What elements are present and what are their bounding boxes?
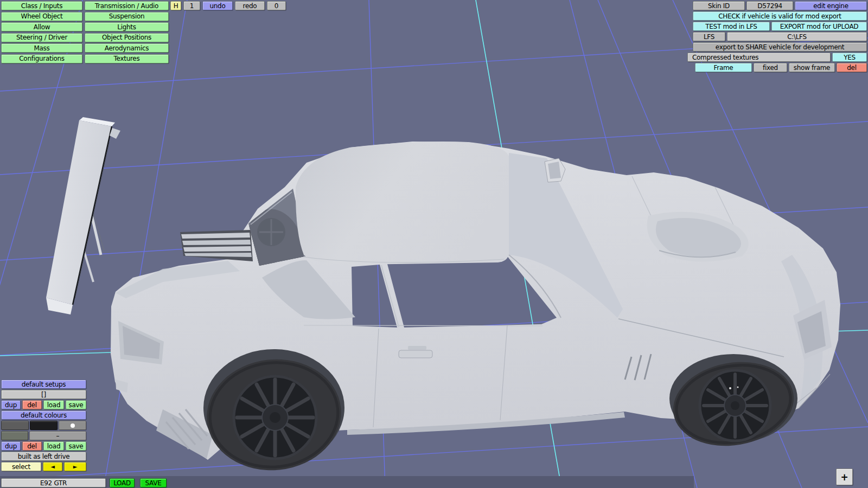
fixed-button[interactable]: fixed — [754, 63, 787, 72]
lfs-button[interactable]: LFS — [693, 32, 725, 41]
menu-mass[interactable]: Mass — [1, 43, 82, 53]
menu-steering-driver[interactable]: Steering / Driver — [1, 33, 82, 42]
selected-dot — [71, 423, 75, 428]
history-count[interactable]: 1 — [183, 1, 200, 10]
lfs-path-button[interactable]: C:\LFS — [727, 32, 867, 41]
colour-swatch-2[interactable] — [30, 421, 58, 430]
viewport-3d[interactable] — [0, 0, 868, 488]
colour-load-button[interactable]: load — [43, 441, 64, 451]
menu-lights[interactable]: Lights — [85, 22, 169, 31]
default-colours-header: default colours — [1, 410, 86, 420]
edit-engine-button[interactable]: edit engine — [795, 1, 867, 10]
redo-button[interactable]: redo — [235, 1, 265, 10]
vehicle-file-bar: E92 GTR LOAD SAVE — [1, 478, 167, 487]
menu-class-inputs[interactable]: Class / Inputs — [1, 1, 82, 10]
default-setups-header: default setups — [1, 380, 86, 389]
lfs-vehicle-editor: Class / Inputs Transmission / Audio Whee… — [0, 0, 868, 488]
setup-dup-button[interactable]: dup — [1, 400, 21, 409]
setup-name-button[interactable]: [] — [1, 390, 86, 399]
menu-aerodynamics[interactable]: Aerodynamics — [85, 43, 169, 53]
setup-save-button[interactable]: save — [66, 400, 86, 409]
compressed-yes-button[interactable]: YES — [832, 53, 867, 62]
add-button[interactable]: + — [836, 468, 853, 485]
menu-wheel-object[interactable]: Wheel Object — [1, 12, 82, 21]
menu-suspension[interactable]: Suspension — [85, 12, 169, 21]
skin-id-button[interactable]: Skin ID — [693, 1, 745, 10]
menu-transmission-audio[interactable]: Transmission / Audio — [85, 1, 169, 10]
menu-textures[interactable]: Textures — [85, 54, 169, 63]
menu-object-positions[interactable]: Object Positions — [85, 33, 169, 42]
show-frame-button[interactable]: show frame — [789, 63, 835, 72]
vehicle-name-button[interactable]: E92 GTR — [1, 478, 106, 487]
prev-arrow-button[interactable]: ◄ — [43, 462, 62, 471]
history-toolbar: H 1 undo redo 0 — [170, 1, 286, 10]
built-as-left-drive-button[interactable]: built as left drive — [1, 452, 86, 461]
undo-button[interactable]: undo — [202, 1, 233, 10]
colour-save-button[interactable]: save — [66, 441, 86, 451]
skin-id-value[interactable]: D57294 — [746, 1, 793, 10]
redo-count[interactable]: 0 — [267, 1, 286, 10]
select-button[interactable]: select — [1, 462, 41, 471]
setups-colours-panel: default setups [] dup del load save defa… — [1, 380, 86, 471]
edit-section-menu: Class / Inputs Transmission / Audio Whee… — [1, 1, 169, 63]
menu-configurations[interactable]: Configurations — [1, 54, 82, 63]
frame-button[interactable]: Frame — [695, 63, 752, 72]
setup-del-button[interactable]: del — [22, 400, 42, 409]
colour-swatch-5[interactable]: – — [29, 431, 86, 440]
export-panel: Skin ID D57294 edit engine CHECK if vehi… — [681, 1, 867, 72]
compressed-textures-button[interactable]: Compressed textures — [687, 53, 831, 62]
load-vehicle-button[interactable]: LOAD — [110, 478, 135, 487]
next-arrow-button[interactable]: ► — [64, 462, 86, 471]
menu-allow[interactable]: Allow — [1, 22, 82, 31]
colour-swatch-4[interactable] — [1, 431, 28, 440]
car-roof — [296, 142, 509, 265]
h-toggle-button[interactable]: H — [170, 1, 181, 10]
check-valid-button[interactable]: CHECK if vehicle is valid for mod export — [693, 11, 867, 21]
colour-swatch-1[interactable] — [1, 421, 29, 430]
colour-swatch-3[interactable] — [59, 421, 86, 430]
save-vehicle-button[interactable]: SAVE — [140, 478, 167, 487]
export-upload-button[interactable]: EXPORT mod for UPLOAD — [771, 22, 867, 31]
share-export-button[interactable]: export to SHARE vehicle for development — [693, 42, 867, 52]
test-mod-button[interactable]: TEST mod in LFS — [693, 22, 770, 31]
frame-del-button[interactable]: del — [837, 63, 867, 72]
colour-dup-button[interactable]: dup — [1, 441, 21, 451]
setup-load-button[interactable]: load — [43, 400, 64, 409]
dash-label: – — [56, 432, 60, 440]
colour-del-button[interactable]: del — [22, 441, 42, 451]
